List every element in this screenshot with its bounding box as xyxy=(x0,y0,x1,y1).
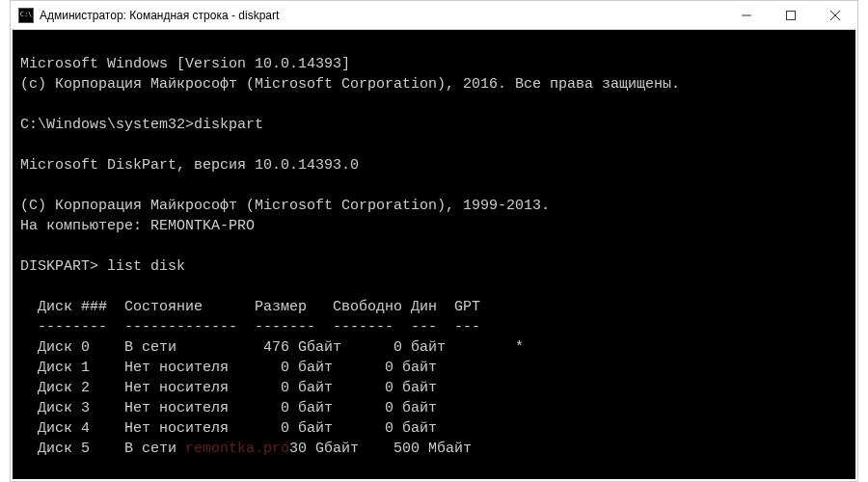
minimize-button[interactable] xyxy=(724,1,769,29)
table-row: Диск 3 Нет носителя 0 байт 0 байт xyxy=(20,400,437,416)
prompt-path: DISKPART> xyxy=(20,258,107,275)
terminal-output[interactable]: Microsoft Windows [Version 10.0.14393] (… xyxy=(11,30,857,481)
prompt-path: C:\Windows\system32> xyxy=(20,117,194,133)
table-row: Диск 0 В сети 476 Gбайт 0 байт * xyxy=(20,339,524,356)
os-copyright-line: (c) Корпорация Майкрософт (Microsoft Cor… xyxy=(20,76,680,93)
table-row: Диск 5 В сети remontka.pro30 Gбайт 500 M… xyxy=(20,441,472,457)
os-version-line: Microsoft Windows [Version 10.0.14393] xyxy=(20,56,350,72)
computer-name-line: На компьютере: REMONTKA-PRO xyxy=(20,218,255,234)
table-row: Диск 4 Нет носителя 0 байт 0 байт xyxy=(20,420,437,437)
window-controls xyxy=(724,1,857,29)
table-row: Диск 1 Нет носителя 0 байт 0 байт xyxy=(20,360,437,376)
prompt-line: C:\Windows\system32>diskpart xyxy=(20,117,263,133)
svg-rect-1 xyxy=(787,11,796,19)
diskpart-copyright-line: (C) Корпорация Майкрософт (Microsoft Cor… xyxy=(20,198,550,214)
command-text: diskpart xyxy=(194,117,263,133)
command-text: list disk xyxy=(107,258,185,275)
window-title: Администратор: Командная строка - diskpa… xyxy=(40,9,724,22)
maximize-button[interactable] xyxy=(769,1,813,29)
table-divider: -------- ------------- ------- ------- -… xyxy=(20,319,480,335)
cmd-icon: C:\ xyxy=(18,8,34,23)
close-button[interactable] xyxy=(813,1,857,29)
table-header: Диск ### Состояние Размер Свободно Дин G… xyxy=(20,299,480,315)
titlebar[interactable]: C:\ Администратор: Командная строка - di… xyxy=(11,1,857,30)
diskpart-prompt-line: DISKPART> list disk xyxy=(20,258,185,275)
table-row: Диск 2 Нет носителя 0 байт 0 байт xyxy=(20,380,437,396)
diskpart-version-line: Microsoft DiskPart, версия 10.0.14393.0 xyxy=(20,157,359,174)
command-prompt-window: C:\ Администратор: Командная строка - di… xyxy=(10,0,858,482)
watermark-text: remontka.pro xyxy=(185,441,289,457)
